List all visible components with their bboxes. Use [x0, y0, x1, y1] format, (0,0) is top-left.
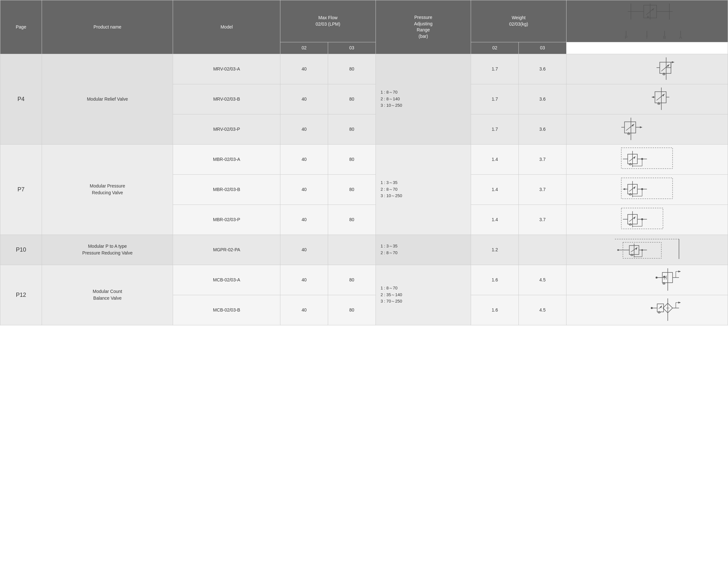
svg-marker-26: [672, 61, 674, 63]
weight03-cell: 3.6: [519, 114, 567, 144]
weight02-cell: 1.6: [471, 265, 519, 295]
svg-marker-109: [660, 306, 662, 308]
weight02-cell: 1.7: [471, 84, 519, 114]
weight03-cell: 3.6: [519, 54, 567, 84]
pressure-cell: 1 : 3～352 : 8～70: [376, 234, 471, 265]
flow02-cell: 40: [280, 204, 328, 234]
svg-marker-42: [640, 126, 642, 128]
pressure-cell: 1 : 3～352 : 8～703 : 10～250: [376, 144, 471, 234]
weight03-cell: 3.7: [519, 144, 567, 174]
flow02-cell: 40: [280, 54, 328, 84]
flow03-cell: [328, 234, 376, 265]
svg-rect-54: [621, 178, 673, 199]
flow03-cell: 80: [328, 204, 376, 234]
model-cell: MBR-02/03-A: [173, 144, 280, 174]
flow02-cell: 40: [280, 174, 328, 204]
pressure-cell: 1 : 8～702 : 35～1403 : 70～250: [376, 265, 471, 325]
flow03-cell: 80: [328, 295, 376, 325]
header-weight02: 02: [471, 42, 519, 54]
header-product: Product name: [42, 0, 173, 54]
header-weight03: 03: [519, 42, 567, 54]
product-name-cell: Modular P to A typePressure Reducing Val…: [42, 234, 173, 265]
page-cell: P7: [0, 144, 42, 234]
header-maxflow: Max Flow02/03 (LPM): [280, 0, 376, 42]
weight03-cell: 4.5: [519, 265, 567, 295]
symbol-cell: [566, 84, 728, 114]
weight02-cell: 1.2: [471, 234, 519, 265]
flow02-cell: 40: [280, 84, 328, 114]
product-name-cell: Modular PressureReducing Valve: [42, 144, 173, 234]
page-cell: P4: [0, 54, 42, 144]
page-cell: P12: [0, 265, 42, 325]
svg-text:A: A: [679, 35, 682, 40]
symbol-cell: [566, 114, 728, 144]
flow02-cell: 40: [280, 144, 328, 174]
header-page: Page: [0, 0, 42, 54]
svg-point-65: [641, 188, 643, 190]
model-cell: MGPR-02-PA: [173, 234, 280, 265]
svg-point-89: [641, 249, 643, 250]
svg-point-112: [651, 307, 653, 309]
flow03-cell: 80: [328, 84, 376, 114]
flow02-cell: 40: [280, 114, 328, 144]
header-pressure: PressureAdjustingRange(bar): [376, 0, 471, 54]
table-row: P7Modular PressureReducing ValveMBR-02/0…: [0, 144, 728, 174]
pressure-cell: 1 : 8～702 : 8～1403 : 10～250: [376, 54, 471, 144]
symbol-cell: [566, 295, 728, 325]
svg-marker-61: [623, 188, 625, 190]
flow02-cell: 40: [280, 234, 328, 265]
weight02-cell: 1.4: [471, 204, 519, 234]
model-cell: MCB-02/03-A: [173, 265, 280, 295]
svg-marker-116: [678, 302, 681, 304]
header-model: Model: [173, 0, 280, 54]
table-row: P4Modular Relief ValveMRV-02/03-A40801 :…: [0, 54, 728, 84]
weight02-cell: 1.4: [471, 144, 519, 174]
weight02-cell: 1.7: [471, 54, 519, 84]
header-flow02: 02: [280, 42, 328, 54]
svg-point-76: [641, 218, 643, 220]
svg-point-90: [617, 249, 619, 250]
weight03-cell: 3.6: [519, 84, 567, 114]
svg-marker-70: [633, 217, 635, 219]
svg-rect-43: [621, 148, 673, 168]
svg-point-53: [641, 158, 643, 160]
model-cell: MRV-02/03-B: [173, 84, 280, 114]
flow02-cell: 40: [280, 295, 328, 325]
table-row: P12Modular CountBalance ValveMCB-02/03-A…: [0, 265, 728, 295]
flow03-cell: 80: [328, 265, 376, 295]
weight03-cell: [519, 234, 567, 265]
model-cell: MRV-02/03-P: [173, 114, 280, 144]
weight02-cell: 1.4: [471, 174, 519, 204]
weight02-cell: 1.6: [471, 295, 519, 325]
svg-rect-107: [657, 304, 664, 312]
flow03-cell: 80: [328, 144, 376, 174]
svg-marker-30: [662, 94, 665, 96]
symbol-cell: [566, 174, 728, 204]
symbol-cell: [566, 204, 728, 234]
weight02-cell: 1.7: [471, 114, 519, 144]
symbol-cell: [566, 144, 728, 174]
symbol-cell: [566, 54, 728, 84]
model-cell: MRV-02/03-A: [173, 54, 280, 84]
symbol-cell: [566, 234, 728, 265]
symbol-cell: [566, 265, 728, 295]
svg-marker-95: [662, 275, 666, 277]
flow02-cell: 40: [280, 265, 328, 295]
weight03-cell: 3.7: [519, 174, 567, 204]
table-row: P10Modular P to A typePressure Reducing …: [0, 234, 728, 265]
page-cell: P10: [0, 234, 42, 265]
svg-marker-34: [652, 96, 654, 98]
product-name-cell: Modular Relief Valve: [42, 54, 173, 144]
flow03-cell: 80: [328, 174, 376, 204]
header-weight: Weight02/03(kg): [471, 0, 567, 42]
svg-text:B: B: [663, 35, 666, 40]
weight03-cell: 4.5: [519, 295, 567, 325]
model-cell: MBR-02/03-P: [173, 204, 280, 234]
svg-marker-20: [667, 64, 669, 67]
svg-text:P: P: [625, 35, 628, 40]
svg-text:T: T: [646, 35, 648, 40]
svg-point-100: [656, 276, 658, 278]
header-flow03: 03: [328, 42, 376, 54]
svg-marker-47: [633, 156, 635, 159]
model-cell: MCB-02/03-B: [173, 295, 280, 325]
